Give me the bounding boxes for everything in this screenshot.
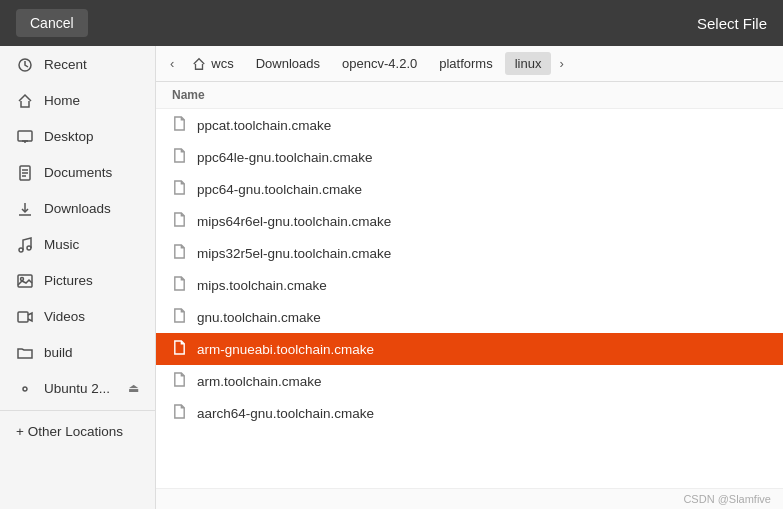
footer-bar: CSDN @Slamfive [156, 488, 783, 509]
sidebar-label-ubuntu: Ubuntu 2... [44, 381, 110, 396]
documents-icon [16, 163, 34, 181]
folder-icon [16, 343, 34, 361]
eject-icon[interactable]: ⏏ [128, 381, 139, 395]
breadcrumb-linux-label: linux [515, 56, 542, 71]
drive-icon [16, 379, 34, 397]
breadcrumb-wcs-label: wcs [211, 56, 233, 71]
file-list: ppcat.toolchain.cmakeppc64le-gnu.toolcha… [156, 109, 783, 488]
sidebar-item-desktop[interactable]: Desktop [0, 118, 155, 154]
sidebar-label-desktop: Desktop [44, 129, 94, 144]
file-name: aarch64-gnu.toolchain.cmake [197, 406, 374, 421]
desktop-icon [16, 127, 34, 145]
sidebar-item-build[interactable]: build [0, 334, 155, 370]
file-item[interactable]: mips.toolchain.cmake [156, 269, 783, 301]
sidebar-label-music: Music [44, 237, 79, 252]
file-item[interactable]: ppc64le-gnu.toolchain.cmake [156, 141, 783, 173]
sidebar-item-pictures[interactable]: Pictures [0, 262, 155, 298]
cancel-button[interactable]: Cancel [16, 9, 88, 37]
sidebar-label-recent: Recent [44, 57, 87, 72]
home-crumb-icon [192, 57, 206, 71]
breadcrumb-opencv-label: opencv-4.2.0 [342, 56, 417, 71]
clock-icon [16, 55, 34, 73]
file-item[interactable]: ppc64-gnu.toolchain.cmake [156, 173, 783, 205]
titlebar: Cancel Select File [0, 0, 783, 46]
file-type-icon [172, 308, 187, 326]
file-type-icon [172, 372, 187, 390]
file-type-icon [172, 212, 187, 230]
file-item[interactable]: mips32r5el-gnu.toolchain.cmake [156, 237, 783, 269]
sidebar-item-music[interactable]: Music [0, 226, 155, 262]
breadcrumb-platforms-label: platforms [439, 56, 492, 71]
home-icon [16, 91, 34, 109]
sidebar-divider [0, 410, 155, 411]
file-name: ppc64le-gnu.toolchain.cmake [197, 150, 373, 165]
breadcrumb-platforms[interactable]: platforms [429, 52, 502, 75]
file-item[interactable]: mips64r6el-gnu.toolchain.cmake [156, 205, 783, 237]
breadcrumb-downloads[interactable]: Downloads [246, 52, 330, 75]
file-name: mips64r6el-gnu.toolchain.cmake [197, 214, 391, 229]
sidebar-label-documents: Documents [44, 165, 112, 180]
file-list-header: Name [156, 82, 783, 109]
sidebar-label-videos: Videos [44, 309, 85, 324]
sidebar-item-other-locations[interactable]: + Other Locations [0, 415, 155, 448]
file-type-icon [172, 148, 187, 166]
dialog-title: Select File [697, 15, 767, 32]
watermark-text: CSDN @Slamfive [683, 493, 771, 505]
breadcrumb-wcs[interactable]: wcs [182, 52, 243, 75]
file-name: mips32r5el-gnu.toolchain.cmake [197, 246, 391, 261]
breadcrumb-opencv[interactable]: opencv-4.2.0 [332, 52, 427, 75]
file-type-icon [172, 180, 187, 198]
main-area: Recent Home Desktop [0, 46, 783, 509]
file-name: mips.toolchain.cmake [197, 278, 327, 293]
column-name-label: Name [172, 88, 205, 102]
file-type-icon [172, 404, 187, 422]
sidebar: Recent Home Desktop [0, 46, 156, 509]
file-select-dialog: Cancel Select File Recent [0, 0, 783, 509]
file-name: arm.toolchain.cmake [197, 374, 322, 389]
file-item[interactable]: arm-gnueabi.toolchain.cmake [156, 333, 783, 365]
file-item[interactable]: aarch64-gnu.toolchain.cmake [156, 397, 783, 429]
breadcrumb-downloads-label: Downloads [256, 56, 320, 71]
file-type-icon [172, 244, 187, 262]
sidebar-label-other: + Other Locations [16, 424, 123, 439]
svg-point-9 [19, 248, 23, 252]
svg-rect-1 [18, 131, 32, 141]
file-item[interactable]: arm.toolchain.cmake [156, 365, 783, 397]
downloads-icon [16, 199, 34, 217]
sidebar-item-videos[interactable]: Videos [0, 298, 155, 334]
breadcrumb-linux[interactable]: linux [505, 52, 552, 75]
sidebar-label-pictures: Pictures [44, 273, 93, 288]
breadcrumb-back-button[interactable]: ‹ [164, 52, 180, 75]
file-name: gnu.toolchain.cmake [197, 310, 321, 325]
file-name: arm-gnueabi.toolchain.cmake [197, 342, 374, 357]
file-name: ppcat.toolchain.cmake [197, 118, 331, 133]
file-item[interactable]: ppcat.toolchain.cmake [156, 109, 783, 141]
file-name: ppc64-gnu.toolchain.cmake [197, 182, 362, 197]
pictures-icon [16, 271, 34, 289]
breadcrumb-bar: ‹ wcs Downloads opencv-4.2.0 platforms [156, 46, 783, 82]
file-type-icon [172, 340, 187, 358]
sidebar-label-home: Home [44, 93, 80, 108]
sidebar-item-downloads[interactable]: Downloads [0, 190, 155, 226]
file-type-icon [172, 116, 187, 134]
file-type-icon [172, 276, 187, 294]
svg-rect-13 [18, 312, 28, 322]
svg-point-10 [27, 246, 31, 250]
file-item[interactable]: gnu.toolchain.cmake [156, 301, 783, 333]
sidebar-label-build: build [44, 345, 73, 360]
sidebar-item-documents[interactable]: Documents [0, 154, 155, 190]
sidebar-item-recent[interactable]: Recent [0, 46, 155, 82]
sidebar-label-downloads: Downloads [44, 201, 111, 216]
music-icon [16, 235, 34, 253]
content-area: ‹ wcs Downloads opencv-4.2.0 platforms [156, 46, 783, 509]
svg-point-15 [23, 387, 27, 391]
videos-icon [16, 307, 34, 325]
breadcrumb-forward-button[interactable]: › [553, 52, 569, 75]
svg-point-12 [21, 277, 24, 280]
sidebar-item-home[interactable]: Home [0, 82, 155, 118]
sidebar-item-ubuntu[interactable]: Ubuntu 2... ⏏ [0, 370, 155, 406]
